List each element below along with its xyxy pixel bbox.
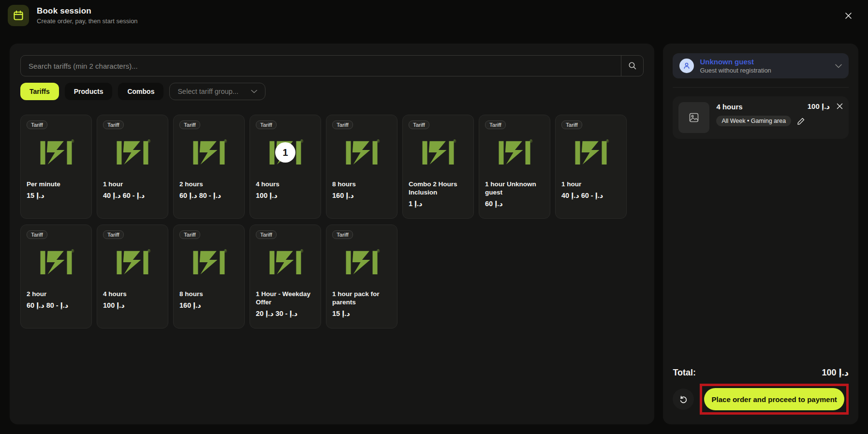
undo-icon [679, 395, 688, 404]
svg-text:®: ® [224, 139, 227, 144]
card-price: 60 د.إ - 80 د.إ [27, 301, 86, 309]
tariff-card[interactable]: Tariff ® 1 hour 40 د.إ - 60 د.إ [555, 115, 627, 219]
tab-combos[interactable]: Combos [118, 83, 163, 100]
calendar-icon [8, 5, 29, 26]
card-name: Combo 2 Hours Inclusion [409, 180, 468, 197]
card-price: 160 د.إ [332, 192, 391, 199]
chevron-down-icon [251, 90, 257, 93]
brand-logo-icon: ® [36, 248, 76, 277]
brand-logo-icon: ® [113, 138, 152, 167]
cart-item-zone-badge: All Week • Gaming area [716, 116, 791, 126]
card-type-badge: Tariff [103, 230, 124, 239]
tariff-card[interactable]: Tariff ® 1 hour Unknown guest 60 د.إ [479, 115, 550, 219]
card-type-badge: Tariff [103, 120, 124, 129]
remove-item-icon[interactable] [837, 103, 843, 111]
search-icon [628, 61, 637, 70]
svg-text:®: ® [147, 139, 150, 144]
svg-text:®: ® [147, 249, 150, 254]
card-price: 15 د.إ [332, 310, 391, 317]
card-name: Per minute [27, 180, 86, 189]
cart-item: 4 hours 100 د.إ All Week • Gaming area [673, 96, 849, 139]
card-type-badge: Tariff [27, 120, 47, 129]
tariff-card[interactable]: Tariff ® 8 hours 160 د.إ [173, 224, 245, 329]
tariff-panel: Tariffs Products Combos Select tariff gr… [10, 44, 654, 424]
card-price: 60 د.إ [485, 200, 544, 208]
card-name: 4 hours [256, 180, 315, 189]
guest-subtitle: Guest without registration [700, 67, 835, 74]
card-type-badge: Tariff [485, 120, 506, 129]
svg-text:®: ® [224, 249, 227, 254]
guest-avatar [679, 59, 694, 73]
tariff-card[interactable]: Tariff ® 4 hours 100 د.إ [97, 224, 168, 329]
card-price: 100 د.إ [256, 192, 315, 199]
card-price: 100 د.إ [103, 301, 162, 309]
svg-text:®: ® [453, 139, 456, 144]
tariff-group-placeholder: Select tariff group... [177, 88, 238, 95]
card-price: 40 د.إ - 60 د.إ [561, 192, 620, 199]
cart-item-name: 4 hours [716, 103, 807, 111]
card-name: 1 hour [103, 180, 162, 189]
reset-button[interactable] [673, 389, 694, 410]
search-bar [20, 55, 644, 76]
tariff-group-select[interactable]: Select tariff group... [169, 83, 265, 100]
card-name: 8 hours [179, 290, 238, 299]
dialog-header: Book session Create order, pay, then sta… [0, 0, 868, 31]
card-price: 20 د.إ - 30 د.إ [256, 310, 315, 317]
brand-logo-icon: ® [342, 248, 382, 277]
card-name: 4 hours [103, 290, 162, 299]
card-price: 60 د.إ - 80 د.إ [179, 192, 238, 199]
page-subtitle: Create order, pay, then start session [37, 17, 841, 25]
card-name: 1 hour [561, 180, 620, 189]
tariff-card[interactable]: Tariff ® 1 4 hours 100 د.إ [250, 115, 321, 219]
search-button[interactable] [621, 56, 643, 76]
card-name: 8 hours [332, 180, 391, 189]
card-name: 1 hour pack for parents [332, 290, 391, 307]
tariff-card[interactable]: Tariff ® 1 hour 40 د.إ - 60 د.إ [97, 115, 168, 219]
guest-name: Unknown guest [700, 58, 835, 66]
guest-selector[interactable]: Unknown guest Guest without registration [673, 53, 849, 78]
svg-text:®: ® [606, 139, 609, 144]
brand-logo-icon: ® [265, 248, 305, 277]
brand-logo-icon: ® [342, 138, 382, 167]
card-type-badge: Tariff [332, 120, 353, 129]
svg-text:®: ® [377, 139, 380, 144]
tariff-card[interactable]: Tariff ® Per minute 15 د.إ [20, 115, 92, 219]
tab-tariffs[interactable]: Tariffs [20, 83, 59, 100]
card-price: 1 د.إ [409, 200, 468, 208]
card-type-badge: Tariff [409, 120, 429, 129]
card-price: 160 د.إ [179, 301, 238, 309]
total-label: Total: [673, 368, 822, 378]
card-name: 1 hour Unknown guest [485, 180, 544, 197]
cart-item-price: 100 د.إ [808, 102, 830, 111]
search-input[interactable] [21, 56, 621, 76]
total-value: 100 د.إ [822, 367, 849, 378]
close-icon[interactable] [841, 8, 855, 23]
svg-text:®: ® [71, 139, 74, 144]
brand-logo-icon: ® [36, 138, 76, 167]
place-order-button[interactable]: Place order and proceed to payment [704, 388, 844, 410]
annotation-highlight: Place order and proceed to payment [700, 384, 849, 415]
card-type-badge: Tariff [256, 120, 277, 129]
tariff-card[interactable]: Tariff ® 1 Hour - Weekday Offer 20 د.إ -… [250, 224, 321, 329]
tariff-card[interactable]: Tariff ® 8 hours 160 د.إ [326, 115, 397, 219]
edit-icon[interactable] [797, 117, 805, 125]
brand-logo-icon: ® [495, 138, 534, 167]
svg-text:®: ® [300, 139, 303, 144]
svg-text:®: ® [300, 249, 303, 254]
chevron-down-icon [835, 64, 842, 68]
card-name: 2 hours [179, 180, 238, 189]
brand-logo-icon: ® [571, 138, 611, 167]
image-placeholder-icon [678, 102, 709, 133]
tariff-grid: Tariff ® Per minute 15 د.إ Tariff [20, 115, 644, 329]
svg-text:®: ® [377, 249, 380, 254]
card-price: 40 د.إ - 60 د.إ [103, 192, 162, 199]
tariff-card[interactable]: Tariff ® 1 hour pack for parents 15 د.إ [326, 224, 397, 329]
card-type-badge: Tariff [27, 230, 47, 239]
brand-logo-icon: ® [113, 248, 152, 277]
tariff-card[interactable]: Tariff ® 2 hour 60 د.إ - 80 د.إ [20, 224, 92, 329]
card-type-badge: Tariff [256, 230, 277, 239]
tab-products[interactable]: Products [65, 83, 113, 100]
page-title: Book session [37, 6, 841, 16]
tariff-card[interactable]: Tariff ® Combo 2 Hours Inclusion 1 د.إ [402, 115, 474, 219]
tariff-card[interactable]: Tariff ® 2 hours 60 د.إ - 80 د.إ [173, 115, 245, 219]
